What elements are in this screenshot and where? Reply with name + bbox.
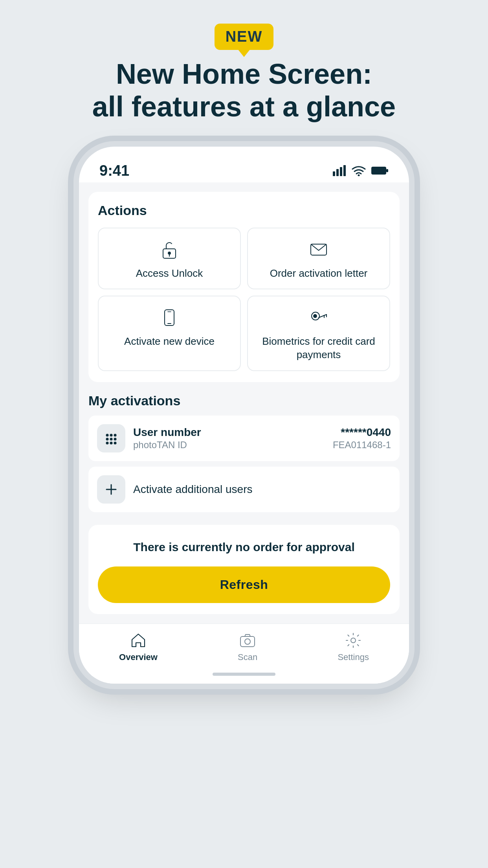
new-badge: NEW <box>215 24 274 50</box>
gear-icon <box>345 632 362 649</box>
status-bar: 9:41 <box>79 158 409 182</box>
new-badge-container: NEW <box>215 24 274 50</box>
activation-info: User number photoTAN ID <box>133 426 325 451</box>
actions-title: Actions <box>98 203 390 218</box>
action-label-activate-new-device: Activate new device <box>124 335 215 348</box>
activations-section: My activations <box>88 393 400 518</box>
key-icon <box>308 307 329 329</box>
user-activation-row[interactable]: User number photoTAN ID ******0440 FEA01… <box>88 416 400 461</box>
svg-point-20 <box>110 434 113 436</box>
action-label-access-unlock: Access Unlock <box>136 267 203 280</box>
svg-rect-0 <box>333 171 335 176</box>
phototan-icon <box>103 430 119 446</box>
activation-user-name: User number <box>133 426 325 439</box>
nav-item-settings[interactable]: Settings <box>326 632 381 662</box>
action-label-biometrics: Biometrics for credit card payments <box>254 335 383 362</box>
camera-icon <box>239 632 256 649</box>
approval-section: There is currently no order for approval… <box>88 525 400 614</box>
actions-card: Actions Access Unlock <box>88 192 400 382</box>
smartphone-icon <box>159 307 180 329</box>
activation-code-sub: FEA011468-1 <box>333 440 391 451</box>
action-order-activation-letter[interactable]: Order activation letter <box>247 228 390 290</box>
battery-icon <box>371 166 389 175</box>
nav-label-overview: Overview <box>119 652 158 662</box>
svg-point-26 <box>110 441 113 444</box>
svg-point-19 <box>106 434 109 436</box>
activation-codes: ******0440 FEA011468-1 <box>333 426 391 451</box>
activation-code-main: ******0440 <box>333 426 391 439</box>
svg-point-31 <box>245 639 250 644</box>
home-indicator <box>213 673 275 676</box>
phone-mockup: 9:41 Actio <box>79 147 409 684</box>
nav-item-scan[interactable]: Scan <box>226 632 269 662</box>
svg-point-25 <box>106 441 109 444</box>
svg-rect-1 <box>336 169 339 176</box>
svg-point-18 <box>314 314 317 318</box>
plus-icon <box>103 482 119 497</box>
add-user-icon-box <box>97 475 125 504</box>
headline: New Home Screen: all features at a glanc… <box>69 58 419 123</box>
nav-label-scan: Scan <box>238 652 257 662</box>
svg-point-23 <box>110 438 113 440</box>
refresh-button[interactable]: Refresh <box>98 566 390 603</box>
lock-open-icon <box>159 239 180 261</box>
activation-user-sub: photoTAN ID <box>133 440 325 451</box>
actions-grid: Access Unlock Order activation letter <box>98 228 390 371</box>
svg-point-22 <box>106 438 109 440</box>
phone-screen: Actions Access Unlock <box>79 182 409 684</box>
svg-point-32 <box>351 638 356 643</box>
activations-title: My activations <box>88 393 400 408</box>
envelope-icon <box>308 239 329 261</box>
action-label-order-activation-letter: Order activation letter <box>270 267 368 280</box>
svg-point-24 <box>114 438 117 440</box>
action-activate-new-device[interactable]: Activate new device <box>98 296 241 371</box>
home-icon <box>130 632 147 649</box>
action-biometrics-credit-card[interactable]: Biometrics for credit card payments <box>247 296 390 371</box>
add-user-row[interactable]: Activate additional users <box>88 467 400 512</box>
svg-point-21 <box>114 434 117 436</box>
svg-rect-6 <box>386 169 388 172</box>
nav-label-settings: Settings <box>338 652 369 662</box>
svg-point-27 <box>114 441 117 444</box>
svg-rect-2 <box>340 167 342 176</box>
phone-time: 9:41 <box>99 162 129 179</box>
action-access-unlock[interactable]: Access Unlock <box>98 228 241 290</box>
headline-line2: all features at a glance <box>92 91 396 122</box>
headline-line1: New Home Screen: <box>116 58 372 90</box>
phototan-icon-box <box>97 424 125 452</box>
bottom-nav: Overview Scan Settings <box>79 623 409 666</box>
add-user-label: Activate additional users <box>133 483 253 496</box>
nav-item-overview[interactable]: Overview <box>107 632 169 662</box>
approval-message: There is currently no order for approval <box>133 539 354 555</box>
phone-bottom-pill <box>79 666 409 684</box>
wifi-icon <box>352 165 366 176</box>
svg-point-4 <box>358 175 360 177</box>
signal-icon <box>333 165 346 176</box>
svg-rect-3 <box>343 165 346 176</box>
svg-rect-30 <box>240 636 255 647</box>
status-icons <box>333 165 389 176</box>
svg-rect-5 <box>371 167 386 175</box>
